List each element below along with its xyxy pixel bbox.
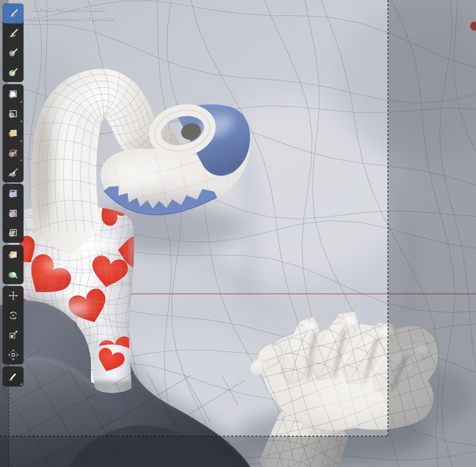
tool-box-mask-button[interactable] <box>3 84 23 104</box>
move-icon <box>8 290 19 301</box>
tool-annotate-button[interactable] <box>3 367 23 386</box>
tool-rotate-button[interactable] <box>3 306 23 326</box>
box-mask-icon <box>8 88 19 100</box>
tool-brush-button[interactable] <box>3 4 23 23</box>
line-project-icon <box>8 167 19 178</box>
tool-color-filter-button[interactable] <box>3 223 23 243</box>
blender-3d-viewport[interactable]: Camera Perspective (Local) (2) comforter… <box>0 0 476 467</box>
tool-smear-button[interactable] <box>3 43 23 63</box>
mask-by-color-icon <box>8 269 19 280</box>
color-filter-icon <box>8 227 19 238</box>
tool-group-4 <box>3 286 23 364</box>
blend-icon <box>8 67 19 78</box>
tool-group-0 <box>3 4 23 82</box>
edit-face-set-icon <box>8 249 19 260</box>
box-face-set-icon <box>8 127 19 139</box>
soften-icon <box>8 27 19 39</box>
tool-scale-button[interactable] <box>3 325 23 345</box>
mesh-filter-icon <box>8 188 19 199</box>
box-hide-icon <box>8 108 19 119</box>
tool-edit-face-set-button[interactable] <box>3 245 23 265</box>
smear-icon <box>8 47 19 58</box>
cloth-filter-icon <box>8 208 19 219</box>
tool-transform-button[interactable] <box>3 345 23 365</box>
tool-group-5 <box>3 367 23 386</box>
tool-blend-button[interactable] <box>3 63 23 82</box>
tool-line-project-button[interactable] <box>3 163 23 182</box>
viewport-canvas[interactable] <box>0 0 476 467</box>
tool-box-face-set-button[interactable] <box>3 123 23 143</box>
tool-box-hide-button[interactable] <box>3 104 23 124</box>
rotate-icon <box>8 310 19 321</box>
brush-icon <box>8 8 19 19</box>
tool-group-2 <box>3 184 23 243</box>
transform-icon <box>8 349 19 360</box>
tool-mesh-filter-button[interactable] <box>3 184 23 204</box>
annotate-icon <box>8 371 19 382</box>
tool-group-3 <box>3 245 23 284</box>
tool-cloth-filter-button[interactable] <box>3 204 23 223</box>
tool-box-trim-button[interactable] <box>3 143 23 163</box>
tool-move-button[interactable] <box>3 286 23 306</box>
tool-mask-by-color-button[interactable] <box>3 265 23 285</box>
tool-soften-button[interactable] <box>3 23 23 43</box>
box-trim-icon <box>8 147 19 159</box>
scale-icon <box>8 329 19 340</box>
tool-group-1 <box>3 84 23 182</box>
